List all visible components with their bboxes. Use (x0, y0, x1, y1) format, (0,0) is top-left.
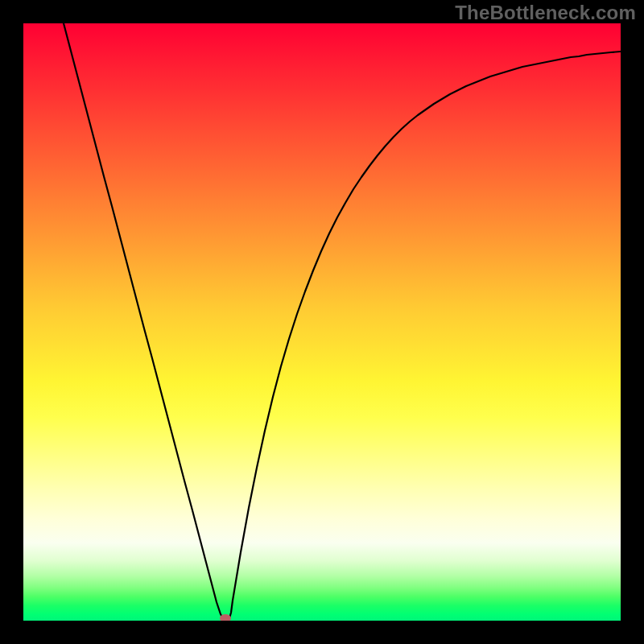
bottleneck-curve (64, 23, 621, 621)
plot-area (23, 23, 621, 621)
optimal-point-marker (220, 614, 231, 621)
curve-layer (23, 23, 621, 621)
watermark-text: TheBottleneck.com (455, 2, 636, 24)
chart-frame: TheBottleneck.com (0, 0, 644, 644)
